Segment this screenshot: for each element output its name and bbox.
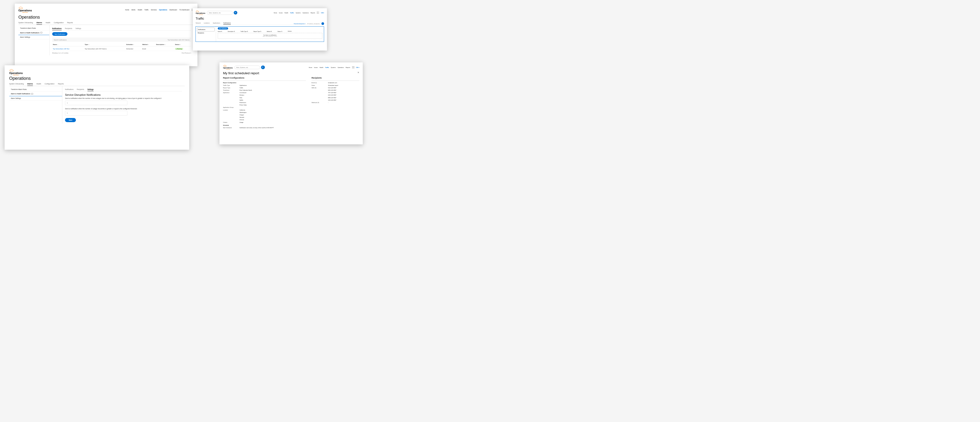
kv-row: Report TypeTraffic [223,87,306,89]
new-notification-button[interactable]: New Notification [52,32,68,36]
sidebar-item-transform-alarm-rules[interactable]: Transform Alarm Rules [18,26,49,31]
subnav-locations[interactable]: Locations [204,22,210,25]
col-status[interactable]: Status⇅ [174,42,191,46]
tab-system-onboarding[interactable]: System Onboarding [9,82,24,86]
search-input[interactable] [207,11,232,15]
nav-home[interactable]: Home [274,12,277,14]
pager-controls[interactable]: First Previous 1 [182,52,191,54]
table-row[interactable]: Top Subscribers 100 Test Top Subscribers… [52,46,191,51]
cell-description [155,46,174,51]
subtab-notifications[interactable]: Notifications [65,88,73,91]
subtab-settings[interactable]: Settings [88,88,94,91]
subnav-network[interactable]: Network [196,22,200,25]
logo: Operations CalixCloud [196,10,205,16]
search-input[interactable] [234,65,260,69]
tab-configuration[interactable]: Configuration [54,21,64,25]
nav-operations[interactable]: Operations [337,67,344,68]
nav-operations[interactable]: Operations [159,9,167,11]
tab-health[interactable]: Health [36,82,41,86]
tab-health[interactable]: Health [45,21,50,25]
search-button[interactable]: 🔍 [261,65,265,69]
tab-system-onboarding[interactable]: System Onboarding [18,21,33,25]
threshold1-label: Send a notification when the number of n… [65,97,182,99]
threshold1-input[interactable]: 1 [65,100,127,105]
kv-row: ApplicationCrunchyroll Disney+ Hulu Netf… [223,91,306,106]
tab-configuration[interactable]: Configuration [45,82,55,86]
cell-name[interactable]: Top Subscribers 100 Test [52,46,84,51]
nav-alerts[interactable]: Alerts [132,9,135,11]
user-menu[interactable]: CW ▾ [321,12,324,14]
nav-traffic[interactable]: Traffic [325,67,329,68]
close-icon[interactable]: ✕ [358,71,360,74]
nav-health[interactable]: Health [320,67,323,68]
filter-go-button[interactable] [321,22,324,25]
nav-issues[interactable]: Issues [279,12,283,14]
cloud-icon [9,69,14,72]
nav-health[interactable]: Health [285,12,288,14]
side-recipients[interactable]: Recipients [197,32,215,35]
sidebar-item-alarm-settings[interactable]: Alarm Settings [18,35,49,40]
side-notifications[interactable]: Notifications [197,27,215,32]
subnav-applications[interactable]: Applications [213,22,220,25]
tab-alarms[interactable]: Alarms [37,21,42,25]
section-report-configurations: Report Configurations [223,76,306,81]
nav-home[interactable]: Home [309,67,312,68]
apps-icon[interactable] [317,12,319,14]
col-traffic-type[interactable]: Traffic Type ⇅ [240,31,248,32]
sidebar-item-alarm-health-notifications[interactable]: Alarm & Health Notifications [9,92,62,96]
nav-traffic[interactable]: Traffic [290,12,294,14]
nav-issues[interactable]: Issues [314,67,318,68]
ip-input[interactable]: IP Address, Endpoints [307,23,320,24]
cloud-icon [18,6,23,9]
nav-reports[interactable]: Reports [345,67,350,68]
subtab-recipients[interactable]: Recipients [77,88,84,91]
sidebar-item-alarm-settings[interactable]: Alarm Settings [9,96,62,101]
subtab-settings[interactable]: Settings [75,27,81,30]
logo: Operations CalixCloud [9,69,185,76]
user-menu[interactable]: CW ▾ [356,67,359,68]
brand-subtitle: CalixCloud [13,75,185,76]
scheduled-report-window: Operations CalixCloud 🔍 Home Issues Heal… [220,62,363,144]
apps-icon[interactable] [352,66,354,68]
nav-ts-dashboard[interactable]: TS-Dashboard [179,9,189,11]
cell-schedule: Scheduled [126,46,142,51]
kv-row: LocationCalifornia Washington Oregon Nev… [223,109,306,121]
tab-reports[interactable]: Reports [67,21,73,25]
search-button[interactable]: 🔍 [234,11,237,14]
subtab-notifications[interactable]: Notifications [52,27,62,30]
col-report-type[interactable]: Report Type ⇅ [253,31,261,32]
cloud-icon [223,65,227,67]
tab-reports[interactable]: Reports [58,82,64,86]
nav-health[interactable]: Health [137,9,142,11]
page-title: Traffic [196,17,324,20]
favorite-endpoints-dropdown[interactable]: Favorite Endpoints ▾ [294,23,305,24]
nav-dashboard[interactable]: Dashboard [169,9,177,11]
col-name[interactable]: Name ⇅ [218,31,222,32]
nav-systems[interactable]: Systems [296,12,301,14]
sidebar-item-transform-alarm-rules[interactable]: Transform Alarm Rules [9,87,62,92]
col-type[interactable]: Type⇅ [84,42,126,46]
save-button[interactable]: Save [65,118,76,122]
new-notification-button[interactable]: New Notification [218,27,228,30]
subnav-notifications[interactable]: Notifications [223,22,231,25]
page-title: My first scheduled report [223,71,360,75]
nav-home[interactable]: Home [125,9,129,11]
tab-alarms[interactable]: Alarms [27,82,33,86]
nav-reports[interactable]: Reports [310,12,315,14]
nav-traffic[interactable]: Traffic [144,9,149,11]
col-status[interactable]: Status ⇅ [277,31,282,32]
col-description[interactable]: Description ⇅ [228,31,235,32]
col-description[interactable]: Description⇅ [155,42,174,46]
operations-notifications-window: Operations CalixCloud Home Alerts Health… [15,4,197,66]
col-method[interactable]: Method⇅ [142,42,155,46]
search-bar[interactable]: Search notifications Top Subscribers wit… [52,38,191,42]
col-schedule[interactable]: Schedule⇅ [126,42,142,46]
col-method[interactable]: Method ⇅ [267,31,272,32]
subtab-recipients[interactable]: Recipients [65,27,72,30]
threshold2-input[interactable]: 1 [65,111,127,116]
nav-services[interactable]: Services [151,9,157,11]
nav-operations[interactable]: Operations [302,12,309,14]
col-name[interactable]: Name▲ [52,42,84,46]
sidebar-item-alarm-health-notifications[interactable]: Alarm & Health Notifications [18,30,49,35]
nav-systems[interactable]: Systems [331,67,336,68]
